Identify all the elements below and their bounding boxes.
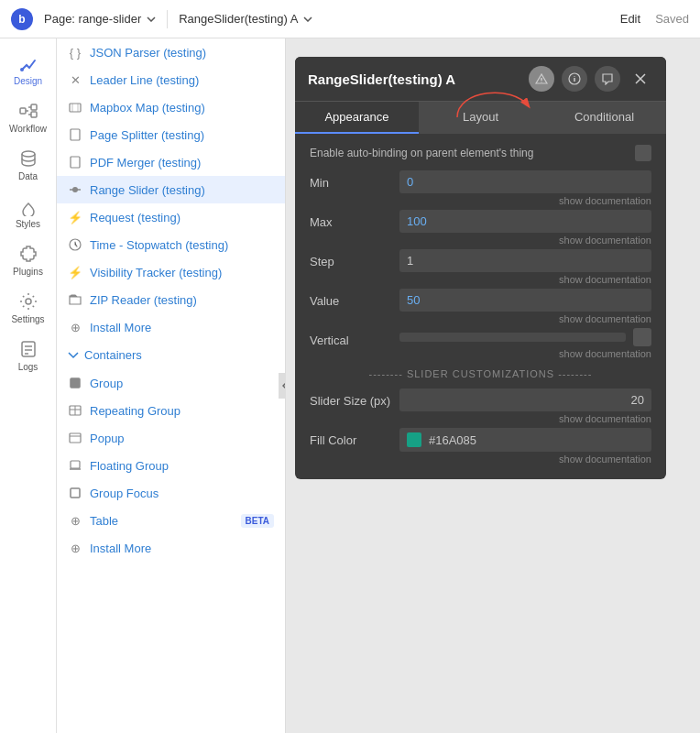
sidebar-item-workflow[interactable]: Workflow xyxy=(0,93,56,141)
plugin-item-zip-reader[interactable]: ZIP Reader (testing) xyxy=(57,286,285,313)
plugin-item-json-parser[interactable]: { } JSON Parser (testing) xyxy=(57,38,285,66)
value-doc[interactable]: show documentation xyxy=(399,313,651,324)
collapse-handle[interactable] xyxy=(279,373,286,399)
max-field-row: Max 100 show documentation xyxy=(310,210,651,246)
containers-section[interactable]: Containers xyxy=(57,341,285,369)
comment-button[interactable] xyxy=(595,66,620,92)
plugin-item-label: Visibility Tracker (testing) xyxy=(90,266,222,279)
panel-content: Enable auto-binding on parent element's … xyxy=(295,134,666,479)
sidebar-item-data[interactable]: Data xyxy=(0,141,56,189)
install-more-label-2: Install More xyxy=(90,542,151,555)
tab-conditional[interactable]: Conditional xyxy=(542,102,666,134)
value-value-area: 50 show documentation xyxy=(399,289,651,324)
edit-button[interactable]: Edit xyxy=(620,12,640,26)
slider-size-doc[interactable]: show documentation xyxy=(399,413,651,424)
max-value-area: 100 show documentation xyxy=(399,210,651,246)
warning-button[interactable] xyxy=(529,66,554,92)
styles-icon xyxy=(18,196,38,216)
svg-rect-12 xyxy=(71,157,80,168)
sidebar-item-settings[interactable]: Settings xyxy=(0,284,56,332)
sidebar-label-design: Design xyxy=(14,76,42,86)
plugin-item-group[interactable]: Group xyxy=(57,369,285,397)
braces-icon: { } xyxy=(68,45,82,60)
step-doc[interactable]: show documentation xyxy=(399,274,651,285)
panel-header: RangeSlider(testing) A xyxy=(295,57,666,102)
plugin-item-visibility-tracker[interactable]: ⚡ Visibility Tracker (testing) xyxy=(57,258,285,286)
square-icon xyxy=(68,376,82,390)
plugin-item-floating-group[interactable]: Floating Group xyxy=(57,452,285,479)
close-icon xyxy=(635,73,646,84)
component-selector[interactable]: RangeSlider(testing) A xyxy=(179,12,608,26)
vertical-value-area: show documentation xyxy=(399,328,651,359)
min-input[interactable]: 0 xyxy=(399,170,651,193)
install-more-button-1[interactable]: ⊕ Install More xyxy=(57,313,285,341)
tab-layout[interactable]: Layout xyxy=(419,102,542,134)
chevron-down-icon-2 xyxy=(303,16,312,22)
min-label: Min xyxy=(310,170,392,190)
svg-point-26 xyxy=(541,82,541,82)
max-doc[interactable]: show documentation xyxy=(399,235,651,246)
plugin-item-group-focus[interactable]: Group Focus xyxy=(57,479,285,507)
page-selector[interactable]: Page: range-slider xyxy=(44,12,156,26)
fill-color-doc[interactable]: show documentation xyxy=(399,454,651,465)
slider-size-input[interactable]: 20 xyxy=(399,388,651,411)
plugin-item-leader-line[interactable]: ✕ Leader Line (testing) xyxy=(57,66,285,93)
plugin-item-pdf-merger[interactable]: PDF Merger (testing) xyxy=(57,148,285,176)
plugin-item-time-stopwatch[interactable]: Time - Stopwatch (testing) xyxy=(57,231,285,258)
panel-header-icons xyxy=(529,66,653,92)
logo[interactable]: b xyxy=(11,8,33,30)
step-label: Step xyxy=(310,249,392,268)
svg-point-5 xyxy=(26,299,31,304)
plugin-item-label: Popup xyxy=(90,432,125,445)
vertical-input[interactable] xyxy=(399,333,626,342)
vertical-field-row: Vertical show documentation xyxy=(310,328,651,359)
main-content: { } JSON Parser (testing) ✕ Leader Line … xyxy=(57,38,700,733)
install-more-button-2[interactable]: ⊕ Install More xyxy=(57,534,285,562)
plugin-list: { } JSON Parser (testing) ✕ Leader Line … xyxy=(57,38,286,733)
sidebar-item-logs[interactable]: Logs xyxy=(0,332,56,379)
plugin-item-page-splitter[interactable]: Page Splitter (testing) xyxy=(57,121,285,148)
plugin-item-range-slider[interactable]: Range Slider (testing) xyxy=(57,176,285,203)
float-icon xyxy=(68,458,82,473)
tab-appearance[interactable]: Appearance xyxy=(295,102,419,134)
plugin-item-mapbox-map[interactable]: Mapbox Map (testing) xyxy=(57,93,285,121)
slider-icon xyxy=(68,182,82,197)
step-input[interactable]: 1 xyxy=(399,249,651,272)
min-doc[interactable]: show documentation xyxy=(399,195,651,206)
svg-point-14 xyxy=(72,187,78,192)
svg-rect-2 xyxy=(31,104,37,110)
plugin-item-table[interactable]: ⊕ Table BETA xyxy=(57,507,285,534)
sidebar-item-styles[interactable]: Styles xyxy=(0,189,56,236)
plugin-item-request[interactable]: ⚡ Request (testing) xyxy=(57,203,285,231)
slider-size-value-area: 20 show documentation xyxy=(399,388,651,424)
close-button[interactable] xyxy=(628,66,653,92)
sidebar-item-plugins[interactable]: Plugins xyxy=(0,236,56,284)
step-field-row: Step 1 show documentation xyxy=(310,249,651,285)
auto-binding-checkbox[interactable] xyxy=(635,145,651,161)
auto-binding-row: Enable auto-binding on parent element's … xyxy=(310,145,651,161)
doc-icon xyxy=(68,127,82,142)
header: b Page: range-slider RangeSlider(testing… xyxy=(0,0,700,38)
sidebar-item-design[interactable]: Design xyxy=(0,46,56,93)
clock-icon xyxy=(68,237,82,252)
plus-icon-3: ⊕ xyxy=(68,541,82,555)
plugin-item-label: Range Slider (testing) xyxy=(90,183,205,197)
plus-icon: ⊕ xyxy=(68,320,82,334)
logs-icon xyxy=(18,339,38,359)
plugins-icon xyxy=(18,244,38,264)
plugin-item-repeating-group[interactable]: Repeating Group xyxy=(57,397,285,424)
sidebar-label-workflow: Workflow xyxy=(9,124,47,134)
vertical-doc[interactable]: show documentation xyxy=(399,348,651,359)
value-input[interactable]: 50 xyxy=(399,289,651,312)
info-button[interactable] xyxy=(562,66,587,92)
plugin-item-label: Group Focus xyxy=(90,487,159,500)
design-icon xyxy=(18,53,38,73)
svg-rect-3 xyxy=(31,112,37,117)
fill-color-swatch-row[interactable]: #16A085 xyxy=(399,428,651,452)
max-input[interactable]: 100 xyxy=(399,210,651,233)
table-icon xyxy=(68,403,82,418)
vertical-checkbox[interactable] xyxy=(633,328,651,346)
plugin-item-popup[interactable]: Popup xyxy=(57,424,285,452)
svg-point-29 xyxy=(574,76,574,77)
sidebar-label-logs: Logs xyxy=(18,362,38,372)
